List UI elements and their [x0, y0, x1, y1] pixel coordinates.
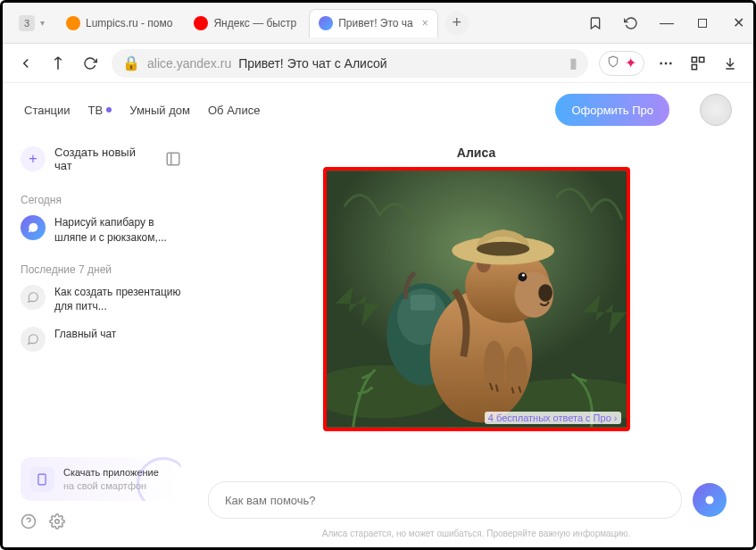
panel-icon[interactable]: [165, 151, 181, 167]
chat-bubble-icon: [21, 327, 46, 352]
disclaimer-text: Алиса старается, но может ошибаться. Про…: [199, 529, 753, 538]
svg-point-21: [521, 274, 524, 277]
svg-rect-2: [700, 57, 704, 62]
svg-rect-15: [410, 295, 435, 311]
chat-main: Алиса: [199, 83, 753, 547]
svg-point-20: [518, 272, 527, 281]
sidebar: + Создать новый чат Сегодня Нарисуй капи…: [3, 83, 199, 547]
alice-icon: [319, 16, 333, 30]
chevron-right-icon: ›: [614, 412, 618, 423]
badge-dot: [106, 107, 112, 112]
site-icon: [194, 16, 208, 30]
nav-stations[interactable]: Станции: [24, 104, 71, 117]
bookmark-bar-icon[interactable]: [587, 15, 603, 31]
nav-smart-home[interactable]: Умный дом: [129, 104, 190, 117]
chat-item[interactable]: Главный чат: [21, 327, 181, 352]
new-tab-button[interactable]: +: [445, 12, 469, 35]
chat-item[interactable]: Как создать презентацию для питч...: [21, 285, 181, 315]
help-icon[interactable]: [21, 513, 37, 533]
maximize-icon[interactable]: [694, 15, 710, 31]
shield-icon: [607, 55, 619, 71]
capybara-illustration: [327, 171, 627, 428]
tab-1[interactable]: Lumpics.ru - помо: [57, 9, 181, 38]
chat-item-active[interactable]: Нарисуй капибару в шляпе и с рюкзаком,..…: [21, 215, 181, 246]
assistant-name: Алиса: [457, 146, 495, 160]
history-icon[interactable]: [623, 15, 639, 31]
svg-point-19: [538, 284, 552, 302]
svg-rect-1: [692, 57, 696, 62]
extension-pill[interactable]: ✦: [599, 51, 644, 76]
tab-label: Lumpics.ru - помо: [86, 17, 172, 29]
tab-badge: 3: [19, 15, 35, 31]
chat-item-text: Как создать презентацию для питч...: [54, 285, 181, 315]
new-chat-button[interactable]: + Создать новый чат: [21, 146, 181, 172]
url-domain: alice.yandex.ru: [147, 56, 231, 71]
section-last7: Последние 7 дней: [21, 263, 181, 276]
svg-rect-6: [38, 474, 46, 485]
page-title: Привет! Это чат с Алисой: [238, 56, 562, 71]
back-button[interactable]: [15, 53, 37, 74]
decorative-swirl: [137, 457, 181, 501]
nav-tv[interactable]: ТВ: [88, 104, 112, 117]
reload-button[interactable]: [79, 53, 101, 74]
svg-point-27: [706, 496, 714, 504]
close-window-icon[interactable]: ✕: [730, 15, 746, 31]
section-today: Сегодня: [21, 194, 181, 206]
phone-icon: [29, 467, 54, 492]
site-icon: [66, 16, 80, 30]
tab-0[interactable]: 3 ▾: [10, 9, 54, 38]
tab-3-active[interactable]: Привет! Это ча ×: [309, 9, 438, 38]
address-field[interactable]: 🔒 alice.yandex.ru Привет! Это чат с Алис…: [112, 49, 588, 78]
chat-input[interactable]: [208, 481, 682, 519]
sparkle-icon: ✦: [625, 54, 636, 71]
settings-icon[interactable]: [49, 513, 65, 533]
chat-bubble-icon: [21, 215, 46, 240]
free-responses-badge[interactable]: 4 бесплатных ответа с Про ›: [485, 412, 621, 424]
svg-point-9: [55, 520, 60, 524]
chat-item-text: Главный чат: [54, 327, 116, 342]
chat-bubble-icon: [21, 285, 46, 310]
generated-image[interactable]: 4 бесплатных ответа с Про ›: [323, 167, 630, 431]
extensions-icon[interactable]: [687, 53, 709, 74]
tab-2[interactable]: Яндекс — быстр: [185, 9, 305, 38]
svg-rect-0: [699, 19, 707, 27]
browser-titlebar: 3 ▾ Lumpics.ru - помо Яндекс — быстр При…: [3, 3, 753, 44]
plus-icon: +: [21, 146, 46, 171]
voice-button[interactable]: [693, 483, 727, 517]
yandex-home-icon[interactable]: [47, 53, 69, 74]
tab-label: Привет! Это ча: [338, 17, 413, 29]
input-row: [199, 481, 735, 519]
bookmark-icon[interactable]: ▮: [569, 54, 577, 71]
svg-point-24: [477, 242, 529, 256]
tab-label: Яндекс — быстр: [213, 17, 296, 29]
svg-point-25: [483, 340, 504, 389]
minimize-icon[interactable]: —: [659, 15, 675, 31]
download-icon[interactable]: [719, 53, 741, 74]
svg-rect-3: [692, 64, 696, 69]
download-app-card[interactable]: Скачать приложение на свой смартфон: [21, 457, 181, 501]
svg-rect-4: [167, 153, 179, 165]
chat-item-text: Нарисуй капибару в шляпе и с рюкзаком,..…: [54, 215, 181, 246]
lock-icon: 🔒: [122, 54, 140, 71]
chevron-down-icon: ▾: [40, 18, 45, 28]
svg-point-26: [505, 346, 527, 392]
more-icon[interactable]: ⋯: [655, 53, 677, 74]
new-chat-label: Создать новый чат: [54, 146, 156, 172]
close-tab-icon[interactable]: ×: [422, 17, 428, 29]
address-bar: 🔒 alice.yandex.ru Привет! Это чат с Алис…: [3, 44, 753, 83]
